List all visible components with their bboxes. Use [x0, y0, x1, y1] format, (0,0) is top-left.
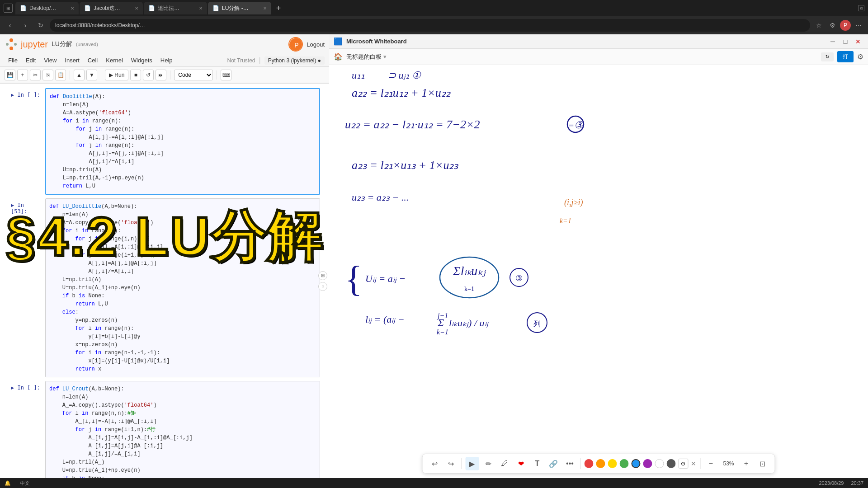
- run-button[interactable]: ▶ Run: [105, 70, 128, 80]
- jupyter-menubar: File Edit View Insert Cell Kernel Widget…: [0, 54, 329, 67]
- tab-close-jacobi[interactable]: ✕: [135, 6, 138, 11]
- move-up-button[interactable]: ▲: [74, 70, 85, 80]
- extensions-icon[interactable]: ⚙: [826, 19, 838, 31]
- menu-view[interactable]: View: [40, 56, 60, 65]
- tab-lu[interactable]: 📄 LU分解 -… ✕: [208, 2, 271, 14]
- wb-play-button[interactable]: ▶: [465, 457, 479, 470]
- expand-btn[interactable]: ○: [318, 282, 327, 291]
- menu-cell[interactable]: Cell: [84, 56, 101, 65]
- add-cell-button[interactable]: +: [17, 70, 28, 80]
- wb-undo-button[interactable]: ↩: [428, 457, 441, 470]
- cell-1-code[interactable]: def Doolittle(A): n=len(A) A=A.astype('f…: [46, 89, 319, 194]
- circled-3-text: =③: [568, 119, 584, 131]
- keyboard-shortcut-button[interactable]: ⌨: [221, 70, 231, 80]
- browser-toolbar-icons: ☆ ⚙ P ⋯: [813, 19, 864, 31]
- wb-zoom-in-button[interactable]: +: [740, 457, 753, 470]
- logout-button[interactable]: Logout: [307, 41, 325, 48]
- tab-icon: 📄: [212, 5, 219, 11]
- collapse-btn[interactable]: ⊞: [318, 271, 327, 280]
- reload-button[interactable]: ↻: [34, 19, 47, 32]
- bookmark-icon[interactable]: ☆: [813, 19, 825, 31]
- wb-color-white[interactable]: [655, 459, 664, 468]
- cell-1-body[interactable]: def Doolittle(A): n=len(A) A=A.astype('f…: [45, 88, 320, 195]
- interrupt-button[interactable]: ■: [130, 70, 141, 80]
- tab-label: Desktop/…: [29, 5, 56, 11]
- cell-3-code[interactable]: def LU_Crout(A,b=None): n=len(A) A_=A.co…: [46, 381, 320, 478]
- formula-note-right: (i,j≥i): [564, 198, 583, 207]
- paste-button[interactable]: 📋: [55, 70, 66, 80]
- wb-link-button[interactable]: 🔗: [547, 457, 560, 470]
- wb-canvas[interactable]: a₂₂ = l₂₁u₁₂ + 1×u₂₂ u₂₂ = a₂₂ − l₂₁·u₁₂…: [329, 65, 868, 478]
- wb-more-button[interactable]: •••: [563, 457, 576, 470]
- tab-desktop[interactable]: 📄 Desktop/… ✕: [15, 2, 79, 14]
- wb-reaction-button[interactable]: ❤: [514, 457, 528, 470]
- restart-button[interactable]: ↺: [143, 70, 154, 80]
- wb-clear-icon[interactable]: ✕: [691, 460, 696, 467]
- wb-color-purple[interactable]: [643, 459, 652, 468]
- menu-widgets[interactable]: Widgets: [127, 56, 156, 65]
- tab-close-desktop[interactable]: ✕: [71, 6, 74, 11]
- wb-pen-button[interactable]: ✏: [481, 457, 495, 470]
- wb-home-button[interactable]: 🏠: [334, 52, 343, 61]
- menu-file[interactable]: File: [5, 56, 21, 65]
- wb-color-orange[interactable]: [596, 459, 605, 468]
- run-indicator[interactable]: ▶: [11, 92, 14, 98]
- cut-button[interactable]: ✂: [30, 70, 41, 80]
- tab-close-lu[interactable]: ✕: [263, 6, 267, 11]
- new-tab-button[interactable]: +: [272, 2, 285, 14]
- tab-label: LU分解 -…: [222, 5, 249, 12]
- move-down-button[interactable]: ▼: [86, 70, 97, 80]
- menu-insert[interactable]: Insert: [61, 56, 83, 65]
- wb-color-picker-icon[interactable]: ⊙: [678, 459, 688, 469]
- run-indicator-3[interactable]: ▶: [11, 385, 14, 391]
- cell-3-body[interactable]: def LU_Crout(A,b=None): n=len(A) A_=A.co…: [45, 381, 320, 478]
- wb-text-button[interactable]: T: [530, 457, 544, 470]
- wb-color-green[interactable]: [619, 459, 628, 468]
- address-input[interactable]: [50, 19, 810, 32]
- menu-edit[interactable]: Edit: [22, 56, 39, 65]
- wb-close-button[interactable]: ✕: [853, 36, 863, 47]
- address-bar-row: ‹ › ↻ ☆ ⚙ P ⋯: [0, 16, 868, 34]
- tab-jacobi[interactable]: 📄 Jacobi迭… ✕: [80, 2, 143, 14]
- wb-user-button[interactable]: 打: [837, 51, 854, 62]
- wb-color-dark[interactable]: [666, 459, 675, 468]
- summation-symbol: Σlᵢₖuₖⱼ: [453, 264, 486, 278]
- wb-breadcrumb: 无标题的白板 ▾: [346, 53, 387, 61]
- tab-close-zhuibi[interactable]: ✕: [199, 6, 203, 11]
- browser-chrome: ⊞ 📄 Desktop/… ✕ 📄 Jacobi迭… ✕ 📄 追比法… ✕ 📄 …: [0, 0, 868, 34]
- cell-2-body[interactable]: def LU_Doolittle(A,b=None): n=len(A) A=A…: [45, 198, 320, 377]
- forward-button[interactable]: ›: [19, 19, 32, 32]
- wb-redo-button[interactable]: ↪: [444, 457, 458, 470]
- wb-sync-icon[interactable]: ↻: [821, 52, 834, 61]
- wb-color-red[interactable]: [584, 459, 593, 468]
- wb-zoom-level: 53%: [720, 460, 736, 467]
- wb-highlighter-button[interactable]: 🖊: [498, 457, 511, 470]
- tab-zhuibi[interactable]: 📄 追比法… ✕: [144, 2, 207, 14]
- formula-k-range: k=1: [560, 217, 571, 225]
- wb-maximize-button[interactable]: □: [840, 36, 851, 47]
- toolbar-sep1: [70, 70, 70, 80]
- restart-run-button[interactable]: ⏭: [156, 70, 166, 80]
- cell-2-code[interactable]: def LU_Doolittle(A,b=None): n=len(A) A=A…: [46, 199, 320, 377]
- profile-icon[interactable]: P: [840, 20, 851, 31]
- wb-fit-button[interactable]: ⊡: [756, 457, 769, 470]
- more-icon[interactable]: ⋯: [853, 19, 864, 31]
- wb-color-yellow[interactable]: [608, 459, 617, 468]
- window-controls: ⧉: [858, 5, 864, 11]
- wb-zoom-out-button[interactable]: −: [704, 457, 717, 470]
- wb-color-blue[interactable]: [631, 459, 640, 468]
- notebook-content[interactable]: ▶ In [ ]: def Doolittle(A): n=len(A) A=A…: [0, 84, 329, 478]
- tab-icon: 📄: [84, 5, 91, 11]
- cell-type-select[interactable]: Code Markdown Raw: [174, 70, 213, 80]
- back-button[interactable]: ‹: [4, 19, 16, 32]
- save-button[interactable]: 💾: [5, 70, 15, 80]
- copy-button[interactable]: ⎘: [42, 70, 53, 80]
- wb-settings-icon[interactable]: ⚙: [857, 52, 863, 61]
- cell-3: ▶ In [ ]: def LU_Crout(A,b=None): n=len(…: [9, 381, 320, 478]
- formula-uij: Uᵢⱼ = aᵢⱼ −: [365, 273, 406, 284]
- wb-minimize-button[interactable]: ─: [827, 36, 838, 47]
- run-indicator-2[interactable]: ▶: [11, 202, 14, 208]
- menu-help[interactable]: Help: [157, 56, 176, 65]
- wb-toolbar-sep1: [461, 458, 462, 469]
- menu-kernel[interactable]: Kernel: [102, 56, 127, 65]
